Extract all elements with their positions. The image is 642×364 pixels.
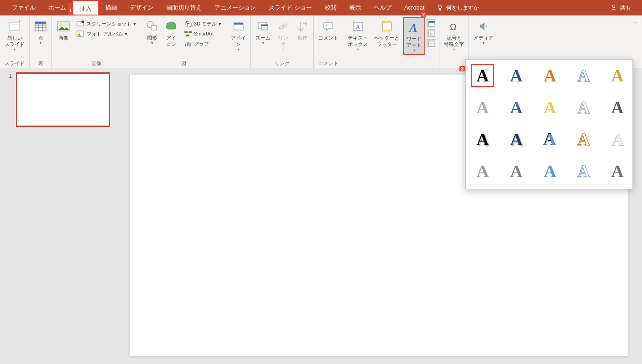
tab-home[interactable]: ホーム 1 (42, 0, 72, 15)
object-button[interactable] (427, 39, 436, 48)
wordart-style-16[interactable]: A (505, 160, 528, 182)
zoom-label: ズーム (255, 35, 270, 41)
person-icon (610, 4, 617, 11)
screenshot-icon (76, 20, 85, 27)
tab-draw[interactable]: 描画 (99, 0, 123, 15)
group-symbols: Ω 記号と 特殊文字 ▾ (439, 15, 469, 68)
speaker-icon (477, 19, 490, 34)
wordart-style-2[interactable]: A (539, 64, 561, 87)
zoom-button[interactable]: ズーム ▾ (253, 17, 273, 47)
link-icon (277, 19, 290, 34)
new-slide-button[interactable]: 新しい スライド ▾ (2, 17, 27, 53)
headerfooter-label: ヘッダーと フッター (374, 35, 399, 47)
tab-design[interactable]: デザイン (123, 0, 160, 15)
svg-point-2 (612, 5, 615, 8)
svg-point-16 (78, 32, 80, 34)
tab-view[interactable]: 表示 (343, 0, 367, 15)
svg-rect-3 (10, 22, 20, 30)
group-images: 画像 スクリーンショット ▾ フォト アルバム ▾ 画像 (52, 15, 141, 68)
group-addins: アドイ ン ▾ (226, 15, 251, 68)
wordart-style-10[interactable]: A (471, 128, 494, 151)
svg-rect-15 (77, 31, 83, 36)
wordart-style-13[interactable]: A (572, 128, 595, 151)
wordart-style-12[interactable]: A (539, 128, 561, 151)
svg-text:Ω: Ω (450, 22, 457, 32)
svg-rect-40 (428, 21, 435, 23)
wordart-style-17[interactable]: A (539, 160, 561, 182)
wordart-gallery: 3 AAAAAAAAAAAAAAAAAAAA ⋰ (465, 59, 633, 189)
smartart-button[interactable]: SmartArt (182, 29, 223, 38)
wordart-style-7[interactable]: A (539, 96, 561, 119)
addins-button[interactable]: アドイ ン ▾ (228, 17, 249, 53)
group-text: A テキスト ボックス ▾ ヘッダーと フッター 2 A ワード アート ▾ (343, 15, 439, 68)
album-button[interactable]: フォト アルバム ▾ (75, 29, 138, 38)
wordart-style-5[interactable]: A (471, 96, 494, 119)
wordart-style-19[interactable]: A (606, 160, 629, 182)
slide-thumbnail-row[interactable]: 1 (5, 73, 115, 126)
screenshot-button[interactable]: スクリーンショット ▾ (75, 19, 138, 28)
slide-thumbnail[interactable] (16, 73, 110, 126)
chart-button[interactable]: グラフ (182, 39, 223, 48)
object-icon (428, 40, 435, 47)
wordart-style-11[interactable]: A (505, 128, 528, 151)
tellme-search[interactable]: 何をしますか (431, 4, 484, 12)
tab-transitions[interactable]: 画面切り替え (160, 0, 208, 15)
share-button[interactable]: 共有 (605, 4, 637, 12)
wordart-style-18[interactable]: A (572, 160, 595, 182)
textbox-button[interactable]: A テキスト ボックス ▾ (345, 17, 371, 53)
cube-icon (184, 20, 192, 27)
collapse-ribbon-chevron-icon[interactable]: ︿ (633, 18, 638, 26)
tellme-label: 何をしますか (446, 4, 479, 12)
group-comments: + コメント コメント (314, 15, 343, 68)
tab-insert[interactable]: 挿入 (72, 0, 99, 15)
icons-button[interactable]: アイ コン (162, 17, 180, 49)
resize-handle-icon[interactable]: ⋰ (626, 182, 631, 187)
wordart-style-15[interactable]: A (471, 160, 494, 182)
shapes-label: 図形 (147, 35, 157, 41)
shapes-button[interactable]: 図形 ▾ (143, 17, 161, 47)
tab-animations[interactable]: アニメーション (208, 0, 262, 15)
addins-label: アドイ ン (231, 35, 246, 47)
svg-point-12 (60, 23, 62, 26)
chart-icon (184, 40, 192, 47)
svg-rect-23 (187, 42, 189, 46)
wordart-style-4[interactable]: A (606, 64, 629, 87)
wordart-button[interactable]: 2 A ワード アート ▾ (403, 17, 425, 55)
wordart-style-9[interactable]: A (606, 96, 629, 119)
wordart-style-8[interactable]: A (572, 96, 595, 119)
svg-rect-44 (429, 42, 434, 46)
action-label: 動作 (297, 35, 307, 41)
tab-file[interactable]: ファイル (5, 0, 42, 15)
tab-help[interactable]: ヘルプ (367, 0, 398, 15)
svg-rect-37 (382, 30, 392, 31)
group-links-label: リンク (275, 60, 290, 67)
wordart-style-1[interactable]: A (505, 64, 528, 87)
group-illus-label: 図 (181, 60, 186, 67)
table-button[interactable]: 表 ▾ (31, 17, 50, 47)
tab-slideshow[interactable]: スライド ショー (262, 0, 318, 15)
picture-icon (56, 19, 70, 34)
wordart-style-6[interactable]: A (505, 96, 528, 119)
link-label: リン ク (278, 35, 288, 47)
svg-point-0 (438, 5, 442, 9)
media-button[interactable]: メディア ▾ (471, 17, 496, 47)
symbols-button[interactable]: Ω 記号と 特殊文字 ▾ (441, 17, 467, 53)
svg-text:#: # (430, 32, 433, 36)
wordart-style-0[interactable]: A (471, 64, 494, 87)
date-time-button[interactable] (427, 19, 436, 28)
svg-rect-29 (261, 25, 268, 26)
wordart-style-14[interactable]: A (606, 128, 629, 151)
3dmodel-button[interactable]: 3D モデル ▾ (182, 19, 223, 28)
svg-rect-19 (184, 31, 188, 33)
tab-review[interactable]: 校閲 (318, 0, 343, 15)
album-label: フォト アルバム (87, 30, 123, 37)
comment-button[interactable]: + コメント (316, 17, 341, 43)
slide-number-button[interactable]: # (427, 29, 436, 38)
icons-icon (165, 19, 178, 34)
headerfooter-button[interactable]: ヘッダーと フッター (372, 17, 402, 49)
svg-rect-21 (186, 35, 189, 36)
wordart-style-3[interactable]: A (572, 64, 595, 87)
picture-button[interactable]: 画像 (54, 17, 73, 48)
new-slide-icon (8, 19, 21, 34)
action-button: 動作 (293, 17, 311, 43)
